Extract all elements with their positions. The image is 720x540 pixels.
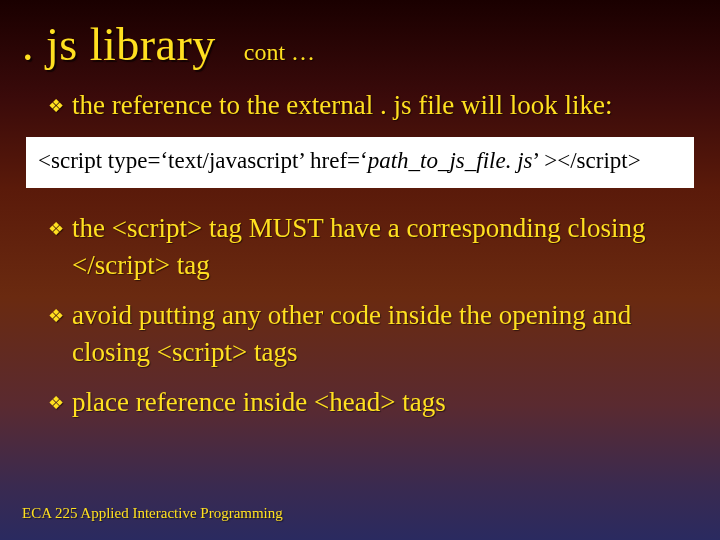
bullet-text: place reference inside <head> tags bbox=[72, 384, 446, 420]
bullet-text: avoid putting any other code inside the … bbox=[72, 297, 698, 370]
slide: . js library cont … ❖ the reference to t… bbox=[0, 0, 720, 540]
diamond-bullet-icon: ❖ bbox=[48, 217, 64, 241]
bullet-item: ❖ the reference to the external . js fil… bbox=[48, 87, 698, 123]
diamond-bullet-icon: ❖ bbox=[48, 304, 64, 328]
title-row: . js library cont … bbox=[22, 18, 698, 71]
slide-footer: ECA 225 Applied Interactive Programming bbox=[22, 505, 283, 522]
bullet-text: the <script> tag MUST have a correspondi… bbox=[72, 210, 698, 283]
bullet-item: ❖ place reference inside <head> tags bbox=[48, 384, 698, 420]
code-prefix: <script type=‘text/javascript’ href=‘ bbox=[38, 148, 368, 173]
slide-title: . js library bbox=[22, 18, 216, 71]
slide-subtitle: cont … bbox=[244, 39, 315, 66]
bullet-item: ❖ avoid putting any other code inside th… bbox=[48, 297, 698, 370]
code-path-italic: path_to_js_file. js bbox=[368, 148, 533, 173]
bullet-text: the reference to the external . js file … bbox=[72, 87, 613, 123]
diamond-bullet-icon: ❖ bbox=[48, 94, 64, 118]
bullet-item: ❖ the <script> tag MUST have a correspon… bbox=[48, 210, 698, 283]
diamond-bullet-icon: ❖ bbox=[48, 391, 64, 415]
code-suffix: ’ ></script> bbox=[533, 148, 641, 173]
code-example-box: <script type=‘text/javascript’ href=‘pat… bbox=[26, 137, 694, 188]
